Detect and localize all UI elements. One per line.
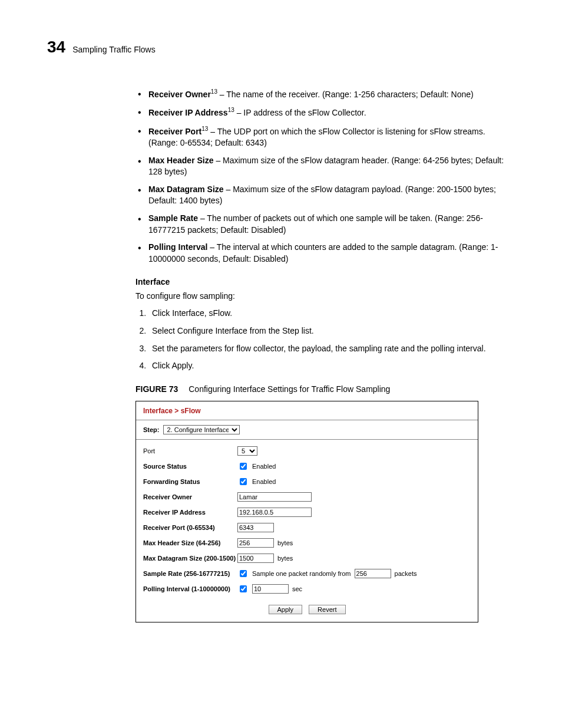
footnote-ref: 13 <box>201 126 208 132</box>
interface-heading: Interface <box>135 276 515 288</box>
source-status-text: Enabled <box>252 462 276 471</box>
button-row: Apply Revert <box>136 601 478 621</box>
polling-interval-input[interactable] <box>252 584 289 594</box>
chapter-number: 34 <box>47 35 65 58</box>
step-label: Step: <box>143 426 160 434</box>
revert-button[interactable]: Revert <box>309 605 345 614</box>
max-datagram-label: Max Datagram Size (200-1500) <box>143 554 237 563</box>
list-item: Max Header Size – Maximum size of the sF… <box>135 155 515 178</box>
source-status-checkbox[interactable] <box>240 463 247 470</box>
form-area: Port 5 Source Status Enabled Forwarding … <box>136 440 478 601</box>
forwarding-status-text: Enabled <box>252 477 276 486</box>
breadcrumb: Interface > sFlow <box>136 401 478 420</box>
page-header: 34 Sampling Traffic Flows <box>47 35 515 58</box>
list-item: Max Datagram Size – Maximum size of the … <box>135 184 515 207</box>
term: Sample Rate <box>148 213 198 223</box>
port-select[interactable]: 5 <box>237 446 257 456</box>
term: Max Header Size <box>148 156 214 165</box>
list-item: Sample Rate – The number of packets out … <box>135 213 515 236</box>
sample-rate-text: Sample one packet randomly from <box>252 569 351 578</box>
port-label: Port <box>143 447 237 456</box>
sample-rate-label: Sample Rate (256-16777215) <box>143 569 237 578</box>
term: Receiver Owner <box>148 90 211 99</box>
step-item: Set the parameters for flow collector, t… <box>148 343 515 355</box>
list-item: Polling Interval – The interval at which… <box>135 242 515 265</box>
forwarding-status-label: Forwarding Status <box>143 477 237 486</box>
receiver-owner-input[interactable] <box>237 492 312 502</box>
max-header-label: Max Header Size (64-256) <box>143 539 237 548</box>
step-select[interactable]: 2. Configure Interface <box>163 425 240 434</box>
chapter-title: Sampling Traffic Flows <box>72 44 156 56</box>
term: Receiver IP Address <box>148 108 228 117</box>
sample-rate-input[interactable] <box>355 569 391 578</box>
footnote-ref: 13 <box>228 107 234 113</box>
interface-intro: To configure flow sampling: <box>135 291 515 302</box>
max-datagram-unit: bytes <box>277 554 293 563</box>
receiver-port-label: Receiver Port (0-65534) <box>143 523 237 532</box>
step-row: Step: 2. Configure Interface <box>136 420 478 440</box>
receiver-port-input[interactable] <box>237 523 274 532</box>
parameter-list: Receiver Owner13 – The name of the recei… <box>135 88 515 265</box>
figure-title: Configuring Interface Settings for Traff… <box>189 384 390 394</box>
figure-label: FIGURE 73 <box>135 384 178 394</box>
polling-interval-checkbox[interactable] <box>240 585 247 592</box>
forwarding-status-checkbox[interactable] <box>240 478 247 485</box>
list-item: Receiver Port13 – The UDP port on which … <box>135 125 515 149</box>
figure-screenshot: Interface > sFlow Step: 2. Configure Int… <box>135 401 478 622</box>
receiver-owner-label: Receiver Owner <box>143 493 237 502</box>
desc: – The number of packets out of which one… <box>148 213 483 235</box>
footnote-ref: 13 <box>211 88 217 95</box>
list-item: Receiver Owner13 – The name of the recei… <box>135 88 515 100</box>
receiver-ip-input[interactable] <box>237 508 312 517</box>
steps-list: Click Interface, sFlow. Select Configure… <box>135 308 515 371</box>
step-item: Click Interface, sFlow. <box>148 308 515 319</box>
receiver-ip-label: Receiver IP Address <box>143 508 237 517</box>
sample-rate-checkbox[interactable] <box>240 570 247 577</box>
desc: – IP address of the sFlow Collector. <box>234 108 366 117</box>
source-status-label: Source Status <box>143 462 237 471</box>
step-item: Click Apply. <box>148 360 515 372</box>
term: Receiver Port <box>148 126 201 136</box>
max-header-input[interactable] <box>237 538 274 548</box>
figure-caption: FIGURE 73 Configuring Interface Settings… <box>135 384 515 396</box>
max-datagram-input[interactable] <box>237 554 274 563</box>
main-content: Receiver Owner13 – The name of the recei… <box>135 88 515 622</box>
max-header-unit: bytes <box>277 539 293 548</box>
list-item: Receiver IP Address13 – IP address of th… <box>135 106 515 118</box>
desc: – The name of the receiver. (Range: 1-25… <box>217 90 474 99</box>
step-item: Select Configure Interface from the Step… <box>148 325 515 337</box>
sample-rate-unit: packets <box>395 569 417 578</box>
term: Polling Interval <box>148 242 207 252</box>
polling-interval-label: Polling Interval (1-10000000) <box>143 585 237 594</box>
term: Max Datagram Size <box>148 185 224 194</box>
apply-button[interactable]: Apply <box>269 605 303 614</box>
polling-interval-unit: sec <box>292 585 302 594</box>
